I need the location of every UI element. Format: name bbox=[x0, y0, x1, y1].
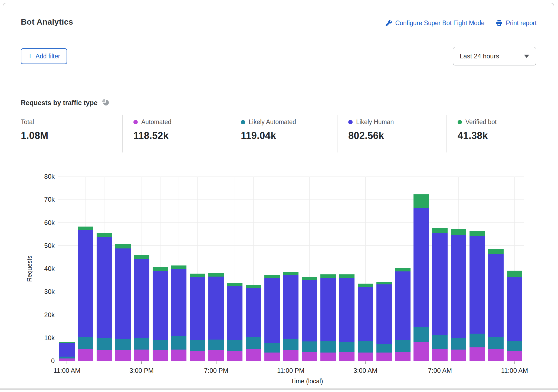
bar-segment-likely-automated bbox=[451, 338, 466, 350]
bar-stack-1200pm bbox=[78, 177, 93, 361]
bar-segment-verified-bot bbox=[339, 274, 355, 278]
section-title: Requests by traffic type bbox=[21, 99, 97, 107]
bar-segment-automated bbox=[339, 352, 355, 361]
header-links: Configure Super Bot Fight Mode Print rep… bbox=[386, 19, 537, 27]
bar-segment-likely-human bbox=[283, 275, 298, 339]
bar-segment-likely-human bbox=[134, 259, 149, 338]
bar-segment-likely-automated bbox=[97, 338, 112, 350]
bar-stack-1200am bbox=[302, 177, 317, 361]
stat-value: 802.56k bbox=[348, 130, 447, 141]
print-link-label: Print report bbox=[506, 19, 537, 27]
bar-segment-verified-bot bbox=[190, 274, 205, 277]
legend-dot-verified-bot bbox=[458, 120, 462, 124]
bar-segment-likely-human bbox=[451, 235, 466, 338]
bar-stack-800pm bbox=[227, 177, 242, 361]
bar-segment-likely-human bbox=[227, 286, 242, 340]
bar-segment-automated bbox=[246, 349, 261, 361]
stat-tile-likely-automated[interactable]: Likely Automated 119.04k bbox=[230, 115, 337, 152]
bar-segment-verified-bot bbox=[376, 282, 392, 284]
bar-segment-automated bbox=[413, 342, 429, 361]
stat-tile-verified-bot[interactable]: Verified bot 41.38k bbox=[447, 115, 539, 152]
bar-segment-likely-automated bbox=[432, 335, 448, 349]
legend-dot-likely-human bbox=[348, 120, 353, 124]
bar-segment-likely-human bbox=[395, 271, 411, 340]
bar-stack-900am bbox=[470, 177, 485, 361]
bar-segment-likely-automated bbox=[376, 344, 392, 353]
x-axis-tick bbox=[141, 361, 142, 364]
bar-segment-verified-bot bbox=[59, 342, 75, 343]
stat-value: 118.52k bbox=[133, 130, 230, 141]
section-title-row: Requests by traffic type bbox=[21, 98, 109, 107]
bar-segment-verified-bot bbox=[171, 265, 186, 269]
pie-chart-icon bbox=[102, 98, 109, 107]
x-axis-tick bbox=[216, 361, 216, 364]
y-axis-tick-label: 70k bbox=[19, 196, 55, 203]
y-axis-tick-label: 10k bbox=[19, 334, 55, 342]
bar-segment-automated bbox=[358, 353, 373, 361]
x-axis-tick-label: 11:00 PM bbox=[264, 367, 318, 374]
x-axis-tick-label: 7:00 PM bbox=[189, 367, 243, 374]
x-axis-tick-label: 3:00 PM bbox=[114, 367, 169, 374]
bar-stack-700pm bbox=[208, 177, 224, 361]
add-filter-button[interactable]: + Add filter bbox=[21, 48, 67, 64]
x-axis-tick-label: 11:00 AM bbox=[488, 367, 542, 374]
time-range-select[interactable]: Last 24 hours bbox=[453, 47, 536, 65]
header-divider bbox=[3, 77, 554, 77]
bar-segment-likely-automated bbox=[171, 336, 186, 350]
add-filter-label: Add filter bbox=[35, 53, 60, 60]
bar-stack-400am bbox=[376, 177, 392, 361]
bar-segment-verified-bot bbox=[358, 284, 373, 287]
bar-stack-600pm bbox=[190, 177, 205, 361]
bar-stack-1100am bbox=[507, 177, 522, 361]
bar-segment-verified-bot bbox=[227, 283, 242, 286]
bar-segment-likely-automated bbox=[339, 342, 355, 352]
bar-segment-likely-human bbox=[246, 288, 261, 337]
bar-segment-verified-bot bbox=[507, 271, 522, 277]
bar-segment-automated bbox=[115, 350, 131, 361]
bar-segment-likely-human bbox=[264, 278, 280, 343]
bar-stack-1100am bbox=[59, 177, 75, 361]
bar-segment-likely-human bbox=[115, 248, 131, 339]
x-axis-tick bbox=[365, 361, 366, 364]
bar-segment-verified-bot bbox=[432, 228, 448, 233]
stat-tile-likely-human[interactable]: Likely Human 802.56k bbox=[337, 115, 447, 152]
stat-value: 119.04k bbox=[241, 130, 337, 141]
x-axis-tick bbox=[67, 361, 67, 364]
bar-segment-likely-human bbox=[208, 277, 224, 340]
requests-stacked-bar-chart bbox=[58, 177, 524, 361]
bar-segment-likely-human bbox=[171, 269, 186, 336]
stat-tile-total[interactable]: Total 1.08M bbox=[21, 115, 122, 152]
bar-segment-automated bbox=[283, 350, 298, 361]
bar-segment-verified-bot bbox=[413, 194, 429, 208]
bar-stack-200pm bbox=[115, 177, 131, 361]
y-axis-tick-label: 30k bbox=[19, 288, 55, 295]
bar-segment-verified-bot bbox=[451, 229, 466, 235]
bar-segment-automated bbox=[171, 350, 186, 361]
bar-stack-1000pm bbox=[264, 177, 280, 361]
bar-segment-likely-human bbox=[97, 237, 112, 338]
bar-segment-likely-automated bbox=[190, 340, 205, 351]
bar-segment-likely-human bbox=[432, 233, 448, 335]
bar-segment-verified-bot bbox=[488, 249, 504, 254]
configure-super-bot-fight-mode-link[interactable]: Configure Super Bot Fight Mode bbox=[386, 19, 484, 27]
bar-segment-verified-bot bbox=[246, 285, 261, 288]
print-report-link[interactable]: Print report bbox=[496, 19, 537, 27]
wrench-icon bbox=[386, 20, 392, 26]
bar-segment-likely-automated bbox=[320, 341, 336, 353]
y-axis-tick-label: 80k bbox=[19, 173, 55, 180]
bar-segment-automated bbox=[78, 349, 93, 361]
bar-segment-likely-automated bbox=[208, 340, 224, 350]
bar-segment-verified-bot bbox=[208, 273, 224, 277]
stat-tile-automated[interactable]: Automated 118.52k bbox=[122, 115, 230, 152]
bar-segment-likely-automated bbox=[283, 339, 298, 350]
bar-segment-likely-automated bbox=[507, 341, 522, 351]
page-title: Bot Analytics bbox=[21, 17, 73, 26]
bar-stack-600am bbox=[413, 177, 429, 361]
bar-stack-300am bbox=[358, 177, 373, 361]
y-axis-tick-label: 50k bbox=[19, 242, 55, 250]
stat-label: Likely Human bbox=[356, 118, 394, 126]
bar-segment-likely-automated bbox=[488, 337, 504, 348]
bar-segment-likely-human bbox=[153, 271, 168, 340]
bar-segment-automated bbox=[302, 352, 317, 361]
x-axis-tick bbox=[440, 361, 440, 364]
